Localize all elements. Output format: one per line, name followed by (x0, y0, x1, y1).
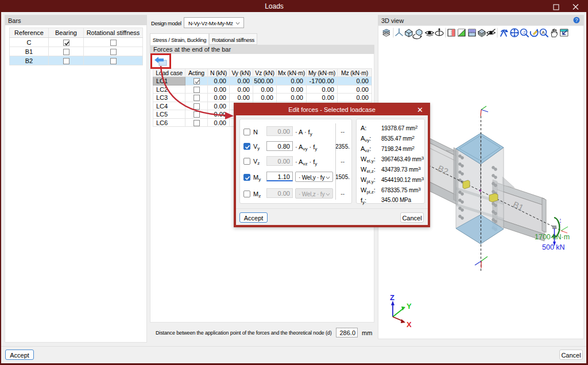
svg-text:?: ? (575, 17, 578, 23)
svg-text:A: A (541, 30, 544, 35)
svg-text:Z: Z (390, 293, 394, 302)
svg-text:X: X (407, 320, 412, 329)
svg-text:1700 kN·m: 1700 kN·m (535, 233, 570, 241)
svg-text:-2: -2 (522, 30, 525, 34)
svg-text:Y: Y (407, 302, 412, 310)
svg-text:500 kN: 500 kN (542, 243, 565, 251)
